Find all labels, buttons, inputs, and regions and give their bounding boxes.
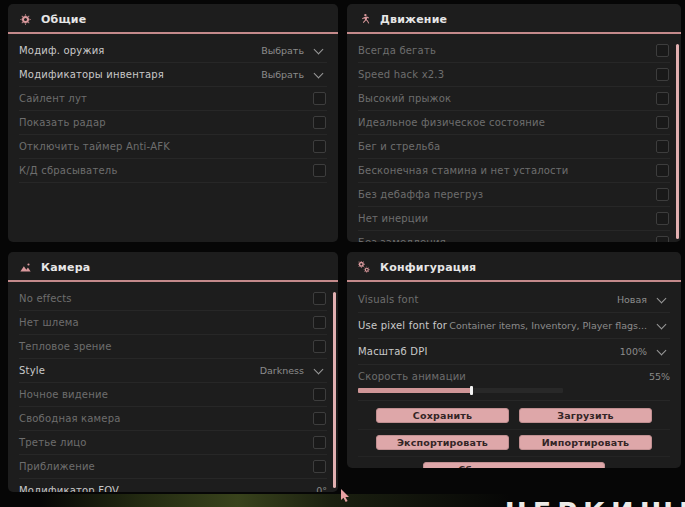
checkbox[interactable] bbox=[313, 116, 326, 129]
row-checkbox: К/Д сбрасыватель bbox=[19, 159, 327, 183]
dropdown[interactable]: Новая bbox=[617, 294, 665, 305]
checkbox[interactable] bbox=[313, 140, 326, 153]
config-button[interactable]: Экспортировать bbox=[376, 435, 509, 450]
row-label: Бесконечная стамина и нет усталости bbox=[358, 165, 569, 176]
row-dropdown: Масштаб DPI100% bbox=[358, 339, 670, 365]
panel-config: Конфигурация Visuals fontНоваяUse pixel … bbox=[347, 252, 681, 468]
runner-icon bbox=[358, 13, 371, 26]
row-dropdown: Use pixel font forContainer items, Inven… bbox=[358, 313, 670, 339]
dropdown[interactable]: 100% bbox=[620, 346, 665, 357]
checkbox[interactable] bbox=[656, 236, 669, 242]
gear-icon bbox=[19, 13, 32, 26]
config-button[interactable]: Сброс макета меню bbox=[423, 462, 605, 468]
slider-handle[interactable] bbox=[470, 386, 473, 395]
row-label: Нет инерции bbox=[358, 213, 428, 224]
row-label: К/Д сбрасыватель bbox=[19, 165, 117, 176]
location-text: ЧЕРКИШЕ bbox=[505, 497, 685, 507]
row-label: No effects bbox=[19, 293, 72, 304]
row-label: Speed hack x2.3 bbox=[358, 69, 444, 80]
chevron-down-icon bbox=[657, 293, 667, 303]
row-checkbox: Без дебаффа перегруз bbox=[358, 183, 670, 207]
dropdown[interactable]: Выбрать bbox=[261, 45, 322, 56]
row-label: Без замедления bbox=[358, 237, 446, 242]
scrollbar[interactable] bbox=[676, 44, 679, 239]
row-label: Показать радар bbox=[19, 117, 106, 128]
slider-value: 55% bbox=[649, 371, 670, 382]
row-checkbox: Идеальное физическое состояние bbox=[358, 111, 670, 135]
row-label: Свободная камера bbox=[19, 413, 121, 424]
row-checkbox: Всегда бегать bbox=[358, 39, 670, 63]
chevron-down-icon bbox=[314, 68, 324, 78]
chevron-down-icon bbox=[314, 44, 324, 54]
row-checkbox: Сайлент лут bbox=[19, 87, 327, 111]
config-button[interactable]: Загрузить bbox=[519, 408, 652, 423]
dropdown[interactable]: Container items, Inventory, Player flags… bbox=[449, 320, 665, 331]
checkbox[interactable] bbox=[313, 340, 326, 353]
row-label: Use pixel font for bbox=[358, 320, 447, 331]
dropdown-value: Container items, Inventory, Player flags… bbox=[449, 320, 647, 331]
panel-title: Конфигурация bbox=[380, 261, 476, 274]
row-checkbox: Бег и стрельба bbox=[358, 135, 670, 159]
checkbox[interactable] bbox=[313, 92, 326, 105]
checkbox[interactable] bbox=[313, 316, 326, 329]
slider-value: 0° bbox=[316, 485, 327, 493]
gears-icon bbox=[358, 261, 371, 274]
panel-header: Конфигурация bbox=[347, 252, 681, 280]
panel-header: Движение bbox=[347, 4, 681, 32]
row-label: Ночное видение bbox=[19, 389, 108, 400]
dropdown[interactable]: Выбрать bbox=[261, 69, 322, 80]
slider-fill bbox=[358, 388, 471, 393]
row-label: Идеальное физическое состояние bbox=[358, 117, 545, 128]
row-label: Модиф. оружия bbox=[19, 45, 105, 56]
row-checkbox: Ночное видение bbox=[19, 383, 327, 407]
row-slider: Скорость анимации55% bbox=[358, 365, 670, 401]
dropdown[interactable]: Darkness bbox=[260, 365, 322, 376]
checkbox[interactable] bbox=[656, 68, 669, 81]
button-row: Сброс макета меню bbox=[358, 457, 670, 468]
checkbox[interactable] bbox=[313, 412, 326, 425]
row-label: Приближение bbox=[19, 461, 95, 472]
checkbox[interactable] bbox=[656, 212, 669, 225]
config-button[interactable]: Импортировать bbox=[519, 435, 652, 450]
row-label: Скорость анимации bbox=[358, 371, 466, 382]
button-row: СохранитьЗагрузить bbox=[358, 403, 670, 430]
checkbox[interactable] bbox=[313, 388, 326, 401]
game-background bbox=[40, 494, 510, 507]
row-label: Нет шлема bbox=[19, 317, 79, 328]
checkbox[interactable] bbox=[656, 92, 669, 105]
checkbox[interactable] bbox=[313, 164, 326, 177]
row-label: Style bbox=[19, 365, 45, 376]
slider[interactable] bbox=[358, 388, 563, 393]
dropdown-value: Новая bbox=[617, 294, 647, 305]
rows-general: Модиф. оружияВыбратьМодификаторы инвента… bbox=[8, 34, 338, 183]
panel-title: Камера bbox=[41, 261, 90, 274]
row-label: Модификаторы инвентаря bbox=[19, 69, 164, 80]
row-checkbox: Бесконечная стамина и нет усталости bbox=[358, 159, 670, 183]
checkbox[interactable] bbox=[656, 140, 669, 153]
checkbox[interactable] bbox=[656, 164, 669, 177]
checkbox[interactable] bbox=[656, 116, 669, 129]
mouse-cursor-icon bbox=[340, 489, 351, 502]
config-button[interactable]: Сохранить bbox=[376, 408, 509, 423]
row-label: Высокий прыжок bbox=[358, 93, 451, 104]
checkbox[interactable] bbox=[313, 292, 326, 305]
row-label: Тепловое зрение bbox=[19, 341, 112, 352]
checkbox[interactable] bbox=[313, 460, 326, 473]
row-checkbox: Свободная камера bbox=[19, 407, 327, 431]
row-label: Масштаб DPI bbox=[358, 346, 428, 357]
panel-general: Общие Модиф. оружияВыбратьМодификаторы и… bbox=[8, 4, 338, 242]
image-icon bbox=[19, 261, 32, 274]
checkbox[interactable] bbox=[656, 44, 669, 57]
row-dropdown: Модификаторы инвентаряВыбрать bbox=[19, 63, 327, 87]
chevron-down-icon bbox=[657, 345, 667, 355]
row-slider: Модификатор FOV0° bbox=[19, 479, 327, 492]
slider-label-line: Модификатор FOV0° bbox=[19, 482, 327, 492]
row-dropdown: Visuals fontНовая bbox=[358, 287, 670, 313]
checkbox[interactable] bbox=[656, 188, 669, 201]
scrollbar[interactable] bbox=[333, 292, 336, 488]
row-checkbox: Без замедления bbox=[358, 231, 670, 242]
chevron-down-icon bbox=[657, 319, 667, 329]
checkbox[interactable] bbox=[313, 436, 326, 449]
row-checkbox: No effects bbox=[19, 287, 327, 311]
row-checkbox: Нет шлема bbox=[19, 311, 327, 335]
